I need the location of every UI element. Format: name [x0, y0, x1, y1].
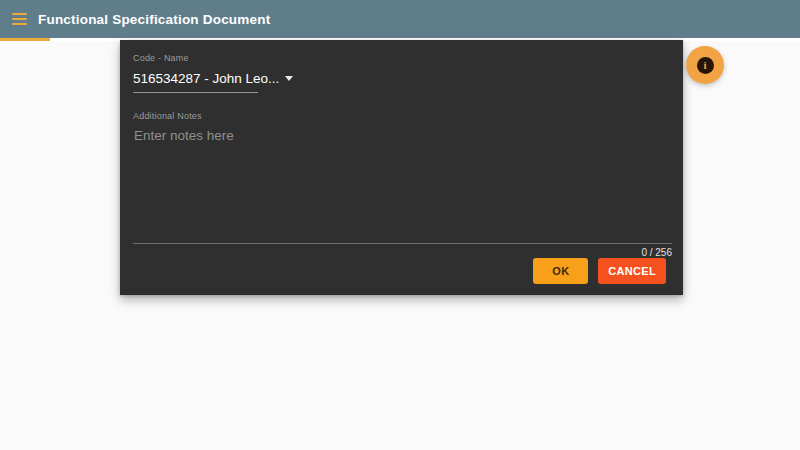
app-header: Functional Specification Document	[0, 0, 800, 38]
chevron-down-icon	[285, 76, 293, 81]
code-name-selected-value: 516534287 - John Leo...	[133, 71, 279, 86]
textarea-underline	[133, 243, 672, 244]
hamburger-bar	[12, 13, 27, 15]
char-counter: 0 / 256	[133, 247, 672, 258]
hamburger-menu-icon[interactable]	[12, 13, 27, 25]
additional-notes-label: Additional Notes	[133, 111, 672, 121]
progress-bar-value	[0, 38, 50, 41]
hamburger-bar	[12, 23, 27, 25]
notes-textarea[interactable]	[133, 121, 672, 243]
cancel-button[interactable]: CANCEL	[598, 258, 666, 284]
dialog-actions: OK CANCEL	[133, 258, 666, 284]
ok-button[interactable]: OK	[533, 258, 588, 284]
code-name-label: Code - Name	[133, 53, 672, 63]
code-name-select[interactable]: 516534287 - John Leo...	[133, 64, 258, 93]
page-title: Functional Specification Document	[38, 12, 270, 27]
info-icon: i	[697, 57, 714, 74]
notes-dialog: Code - Name 516534287 - John Leo... Addi…	[120, 40, 683, 295]
info-fab-button[interactable]: i	[686, 46, 724, 84]
info-icon-glyph: i	[703, 60, 706, 71]
hamburger-bar	[12, 18, 27, 20]
app-window: Functional Specification Document Code -…	[0, 0, 800, 450]
